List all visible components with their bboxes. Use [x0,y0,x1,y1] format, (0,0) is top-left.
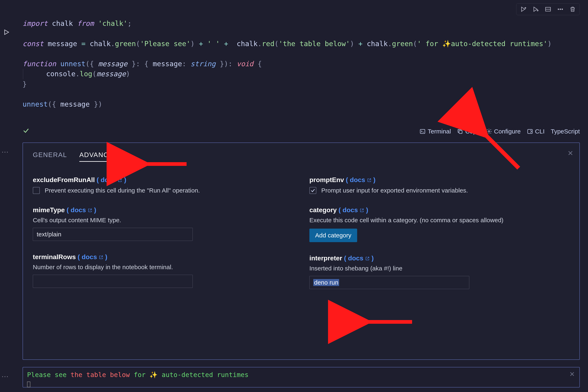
field-interpreter: interpreter ( docs ) Inserted into sheba… [310,254,570,289]
language-label[interactable]: TypeScript [551,128,580,135]
svg-rect-8 [459,130,462,134]
field-category: category ( docs ) Execute this code cell… [310,206,570,242]
cli-label: CLI [535,128,545,135]
svg-point-4 [562,9,562,10]
execute-above-icon[interactable] [520,6,527,13]
cursor-icon [27,382,30,387]
tab-general[interactable]: GENERAL [33,151,67,162]
checkbox-promptEnv[interactable] [310,187,316,194]
annotation-arrow [478,127,523,174]
terminal-label: Terminal [428,128,451,135]
close-icon[interactable]: ✕ [569,370,575,378]
docs-link[interactable]: ( docs ) [346,176,376,184]
field-desc: Cell's output content MIME type. [33,217,293,224]
copy-label: Copy [465,128,480,135]
cell-more-gutter[interactable]: ··· [2,148,8,156]
output-text: Please see the table below for ✨ ✨ auto-… [27,370,575,389]
split-cell-icon[interactable] [544,6,552,13]
svg-point-3 [560,9,561,10]
docs-link[interactable]: ( docs ) [96,176,126,184]
field-terminalRows: terminalRows ( docs ) Number of rows to … [33,253,293,288]
output-more-gutter[interactable]: ··· [2,372,8,380]
input-mimeType[interactable] [33,228,193,241]
execute-below-icon[interactable] [532,6,540,13]
field-desc: Prompt user input for exported environme… [321,187,468,194]
docs-link[interactable]: ( docs ) [338,206,368,214]
field-title: category [310,206,337,214]
interpreter-value: deno run [313,279,339,286]
tab-advanced[interactable]: ADVANCED [79,151,118,162]
add-category-button[interactable]: Add category [310,228,357,242]
annotation-arrow [140,158,188,172]
output-cell: ✕ Please see the table below for ✨ ✨ aut… [22,367,580,388]
success-check-icon [22,127,30,136]
configure-panel: ✕ GENERAL ADVANCED excludeFromRunAll ( d… [22,142,580,360]
field-title: terminalRows [33,253,76,260]
field-title: mimeType [33,206,65,214]
more-icon[interactable] [557,6,564,13]
docs-link[interactable]: ( docs ) [344,254,374,262]
input-terminalRows[interactable] [33,275,193,288]
input-interpreter[interactable]: deno run [310,276,469,289]
delete-icon[interactable] [569,6,576,13]
docs-link[interactable]: ( docs ) [67,206,96,214]
terminal-action[interactable]: Terminal [420,128,451,135]
field-title: interpreter [310,254,342,262]
code-content[interactable]: import chalk from 'chalk'; const message… [22,18,580,110]
run-cell-button[interactable] [3,29,10,37]
field-desc: Inserted into shebang (aka #!) line [310,265,570,272]
field-promptEnv: promptEnv ( docs ) Prompt user input for… [310,176,570,194]
cell-toolbar [516,3,580,15]
field-title: excludeFromRunAll [33,176,95,184]
checkbox-excludeFromRunAll[interactable] [33,187,40,194]
code-cell[interactable]: import chalk from 'chalk'; const message… [22,18,580,110]
svg-line-12 [484,133,519,168]
annotation-arrow [361,316,414,330]
field-desc: Execute this code cell within a category… [310,217,570,224]
cli-action[interactable]: CLI [527,128,545,135]
field-desc: Number of rows to display in the noteboo… [33,264,293,271]
close-icon[interactable]: ✕ [568,149,573,157]
field-excludeFromRunAll: excludeFromRunAll ( docs ) Prevent execu… [33,176,293,194]
docs-link[interactable]: ( docs ) [78,253,108,260]
svg-rect-7 [420,129,425,134]
field-mimeType: mimeType ( docs ) Cell's output content … [33,206,293,241]
copy-action[interactable]: Copy [457,128,480,135]
field-title: promptEnv [310,176,344,184]
svg-point-2 [558,9,559,10]
field-desc: Prevent executing this cell during the "… [45,187,200,194]
